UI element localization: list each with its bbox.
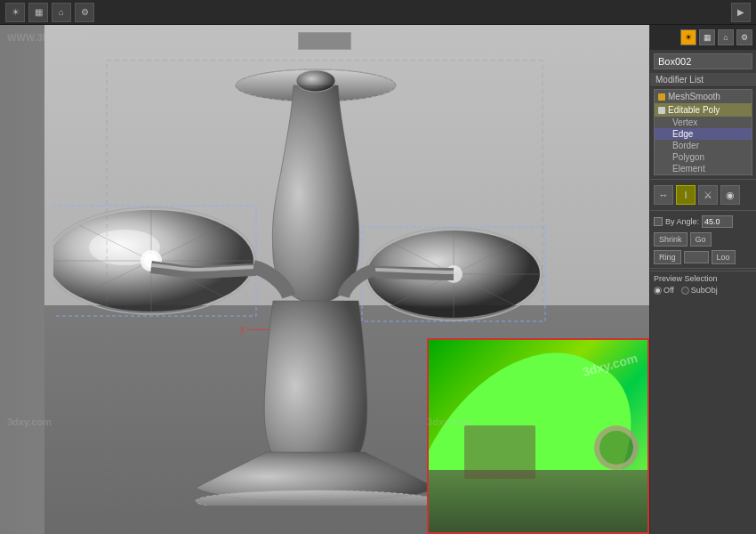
panel-settings-icon[interactable]: ⚙ — [736, 29, 752, 45]
home-icon[interactable]: ⌂ — [52, 3, 71, 22]
object-name-field[interactable] — [654, 53, 752, 69]
radio-subobj-label: SubObj — [691, 286, 718, 295]
grow-button[interactable]: Go — [690, 232, 712, 247]
by-angle-label: By Angle: — [665, 217, 699, 226]
preview-floor — [429, 470, 647, 532]
ring-input[interactable] — [684, 251, 709, 263]
radio-subobj-dot — [681, 287, 689, 295]
radio-off[interactable]: Off — [654, 286, 674, 295]
sub-item-element[interactable]: Element — [655, 163, 752, 174]
shrink-button[interactable]: Shrink — [654, 232, 688, 247]
tool-select-icon[interactable]: I — [676, 185, 696, 205]
radio-off-dot — [654, 287, 662, 295]
preview-circle-hole — [594, 425, 639, 470]
grid-icon[interactable]: ▦ — [28, 3, 48, 22]
separator-3 — [650, 268, 756, 269]
panel-top-icons: ☀ ▦ ⌂ ⚙ — [650, 25, 756, 50]
sun-icon[interactable]: ☀ — [5, 3, 25, 22]
tool-move-icon[interactable]: ↔ — [654, 185, 673, 205]
tool-icons-row: ↔ I ⚔ ◉ — [650, 182, 756, 208]
panel-sun-icon[interactable]: ☀ — [680, 29, 696, 45]
panel-home-icon[interactable]: ⌂ — [718, 29, 734, 45]
modifier-list-label: Modifier List — [650, 73, 756, 87]
modifier-stack: MeshSmooth Editable Poly Vertex Edge Bor… — [654, 89, 752, 175]
tool-loop-icon[interactable]: ◉ — [720, 185, 740, 205]
meshsmooth-modifier[interactable]: MeshSmooth — [655, 90, 752, 103]
tool-cut-icon[interactable]: ⚔ — [698, 185, 718, 205]
meshsmooth-label: MeshSmooth — [668, 92, 720, 101]
settings-icon[interactable]: ⚙ — [75, 3, 94, 22]
ring-loop-row: Ring Loo — [650, 248, 756, 266]
radio-subobj[interactable]: SubObj — [681, 286, 718, 295]
right-panel: ☀ ▦ ⌂ ⚙ Modifier List MeshSmooth Editabl… — [649, 25, 756, 534]
sub-item-vertex[interactable]: Vertex — [655, 117, 752, 128]
main-layout: WWW.3DXY.COM 3dxy.com 3dxy.com 3dxy.com … — [0, 25, 756, 534]
preview-selection-row: Off SubObj — [650, 284, 756, 296]
preview-image: 3dxy.com — [427, 338, 649, 534]
sub-item-border[interactable]: Border — [655, 140, 752, 151]
viewport[interactable]: WWW.3DXY.COM 3dxy.com 3dxy.com 3dxy.com … — [0, 25, 649, 534]
panel-grid-icon[interactable]: ▦ — [699, 29, 715, 45]
by-angle-input[interactable] — [702, 215, 733, 228]
separator-2 — [650, 210, 756, 211]
preview-people — [464, 425, 535, 479]
render-icon[interactable]: ▶ — [731, 3, 751, 22]
separator-1 — [650, 179, 756, 180]
top-toolbar: ☀ ▦ ⌂ ⚙ ▶ — [0, 0, 756, 25]
sub-item-polygon[interactable]: Polygon — [655, 151, 752, 163]
preview-green-background: 3dxy.com — [429, 340, 647, 532]
shrink-grow-row: Shrink Go — [650, 231, 756, 248]
by-angle-checkbox[interactable] — [654, 217, 663, 226]
radio-off-label: Off — [664, 286, 674, 295]
ring-button[interactable]: Ring — [654, 250, 681, 264]
loop-button[interactable]: Loo — [712, 250, 736, 264]
editable-poly-label: Editable Poly — [668, 105, 720, 115]
modifier-bullet-yellow — [658, 93, 665, 101]
modifier-bullet-white — [658, 107, 665, 114]
preview-selection-label: Preview Selection — [650, 271, 756, 284]
sub-item-edge[interactable]: Edge — [655, 128, 752, 140]
editable-poly-modifier[interactable]: Editable Poly — [655, 103, 752, 117]
by-angle-row: By Angle: — [650, 213, 756, 231]
